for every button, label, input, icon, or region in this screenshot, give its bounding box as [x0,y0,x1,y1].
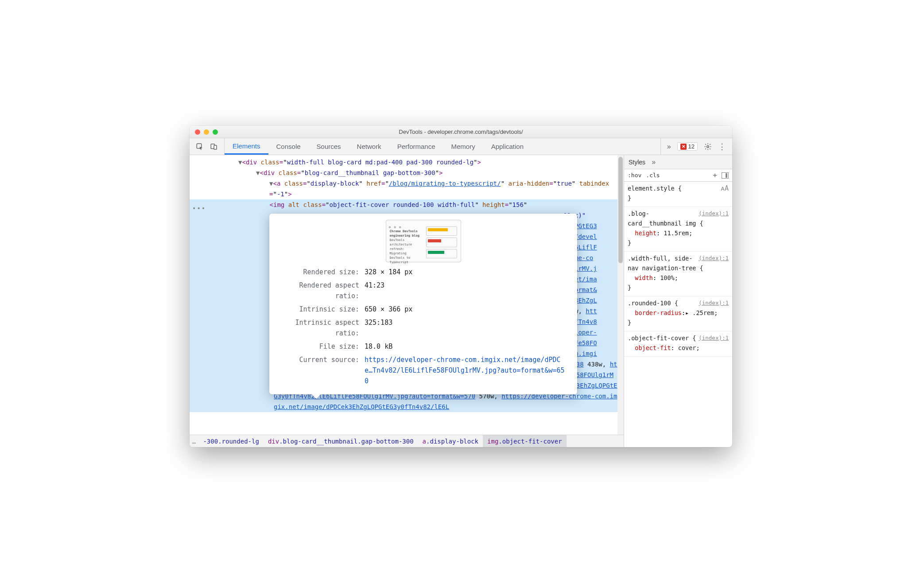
styles-sidebar: Styles » :hov .cls + ᴀA element.style { … [624,155,732,447]
tab-sources[interactable]: Sources [309,138,349,155]
image-info-tooltip: ● ● ● Chrome DevTools engineering blog D… [269,214,577,394]
dom-tree[interactable]: ••• ▼<div class="width-full blog-card md… [190,155,624,435]
srcset-link[interactable]: htt [586,308,597,315]
toolbar: Elements Console Sources Network Perform… [190,138,732,155]
more-sidebar-tabs-icon[interactable]: » [652,158,656,166]
href-link[interactable]: /blog/migrating-to-typescript/ [389,180,501,187]
new-style-rule-icon[interactable]: + [713,171,717,179]
rule-source-link[interactable]: (index):1 [699,333,729,343]
tooltip-label: Intrinsic aspect ratio: [278,317,365,339]
svg-rect-2 [214,145,217,149]
kebab-icon[interactable]: ⋮ [718,144,726,149]
tooltip-value: 41:23 [365,280,568,301]
gutter-dots-icon: ••• [192,203,206,214]
tooltip-value: 325:183 [365,317,568,339]
tooltip-label: Rendered aspect ratio: [278,280,365,301]
scrollbar[interactable] [617,155,624,435]
tooltip-source-link[interactable]: https://developer-chrome-com.imgix.net/i… [365,354,568,386]
more-tabs-icon[interactable]: » [667,143,671,151]
tab-memory[interactable]: Memory [443,138,483,155]
hov-toggle[interactable]: :hov [628,172,641,179]
inspect-icon[interactable] [196,143,204,151]
tab-performance[interactable]: Performance [389,138,443,155]
tab-application[interactable]: Application [483,138,532,155]
tooltip-label: Rendered size: [278,267,365,277]
window-title: DevTools - developer.chrome.com/tags/dev… [190,128,732,135]
cls-toggle[interactable]: .cls [646,172,660,179]
tooltip-label: Intrinsic size: [278,304,365,315]
rule-source-link[interactable]: (index):1 [699,298,729,308]
device-toggle-icon[interactable] [210,143,218,151]
tooltip-label: Current source: [278,354,365,386]
error-count: 12 [688,143,695,150]
computed-toggle-icon[interactable] [722,172,729,179]
gear-icon[interactable] [704,143,712,151]
tooltip-value: 18.0 kB [365,341,568,352]
rule-source-link[interactable]: (index):1 [699,209,729,218]
sidebar-tab-styles[interactable]: Styles [629,159,645,166]
breadcrumb-item[interactable]: img.object-fit-cover [483,435,567,447]
elements-panel: ••• ▼<div class="width-full blog-card md… [190,155,624,447]
rule-source-link[interactable]: (index):1 [699,253,729,263]
tab-elements[interactable]: Elements [225,138,268,155]
tab-network[interactable]: Network [349,138,389,155]
breadcrumb-item[interactable]: -300.rounded-lg [198,435,263,447]
breadcrumb-item[interactable]: div.blog-card__thumbnail.gap-bottom-300 [264,435,418,447]
tooltip-label: File size: [278,341,365,352]
error-icon: ✕ [680,144,687,150]
tooltip-value: 650 × 366 px [365,304,568,315]
breadcrumb-item[interactable]: a.display-block [418,435,483,447]
panel-tabs: Elements Console Sources Network Perform… [225,138,660,155]
tooltip-value: 328 × 184 px [365,267,568,277]
devtools-window: DevTools - developer.chrome.com/tags/dev… [190,126,732,447]
font-size-icon[interactable]: ᴀA [721,183,729,193]
titlebar: DevTools - developer.chrome.com/tags/dev… [190,126,732,138]
thumbnail-preview: ● ● ● Chrome DevTools engineering blog D… [386,220,461,262]
style-rules[interactable]: ᴀA element.style { } (index):1 .blog-car… [624,182,732,447]
breadcrumb: … -300.rounded-lg div.blog-card__thumbna… [190,435,624,447]
tab-console[interactable]: Console [268,138,309,155]
breadcrumb-overflow[interactable]: … [190,438,198,445]
error-badge[interactable]: ✕ 12 [677,142,698,151]
svg-point-3 [707,145,709,148]
